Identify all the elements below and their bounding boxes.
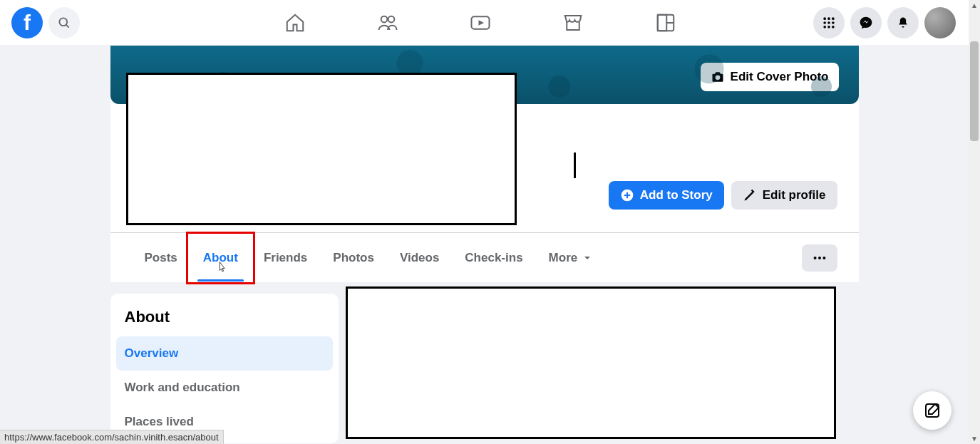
plus-circle-icon: [620, 188, 634, 202]
svg-point-13: [827, 21, 830, 24]
menu-button[interactable]: [813, 7, 845, 38]
svg-point-16: [827, 26, 830, 29]
scroll-down-arrow[interactable]: ▼: [971, 435, 978, 443]
cover-area: Edit Cover Photo Add to Story Edit profi…: [110, 46, 859, 282]
menu-icon: [822, 16, 836, 30]
profile-actions: Add to Story Edit profile: [609, 181, 837, 210]
svg-point-14: [832, 21, 835, 24]
top-nav-right: [813, 7, 980, 38]
status-bar-url: https://www.facebook.com/sachin.vinith.e…: [0, 430, 224, 444]
svg-point-24: [817, 256, 820, 259]
marketplace-icon: [562, 12, 584, 33]
tab-posts[interactable]: Posts: [132, 233, 190, 282]
messenger-button[interactable]: [850, 7, 882, 38]
vertical-scrollbar[interactable]: ▲ ▼: [969, 0, 980, 444]
ellipsis-icon: [812, 250, 827, 266]
top-nav-left: f: [0, 7, 80, 38]
scroll-up-arrow[interactable]: ▲: [971, 1, 978, 9]
search-button[interactable]: [48, 7, 80, 38]
svg-point-12: [823, 21, 826, 24]
tab-friends[interactable]: Friends: [251, 233, 320, 282]
facebook-logo[interactable]: f: [11, 7, 43, 38]
svg-point-19: [715, 76, 720, 81]
svg-point-9: [823, 17, 826, 20]
svg-point-15: [823, 26, 826, 29]
scroll-thumb[interactable]: [970, 41, 979, 141]
tab-overflow-button[interactable]: [802, 244, 837, 272]
tab-about[interactable]: About: [190, 233, 251, 282]
svg-point-2: [381, 16, 387, 22]
profile-tabs-row: Posts About Friends Photos Videos Check-…: [110, 232, 859, 282]
svg-point-25: [822, 256, 825, 259]
about-item-work-education[interactable]: Work and education: [116, 371, 333, 405]
compose-button[interactable]: [913, 391, 951, 430]
friends-icon: [377, 12, 398, 33]
svg-point-3: [388, 16, 394, 22]
tab-checkins[interactable]: Check-ins: [452, 233, 535, 282]
about-sidebar: About Overview Work and education Places…: [110, 294, 339, 443]
add-to-story-label: Add to Story: [640, 188, 713, 202]
profile-header: Add to Story Edit profile: [110, 104, 859, 232]
nav-marketplace[interactable]: [562, 12, 584, 33]
profile-container: Edit Cover Photo Add to Story Edit profi…: [110, 46, 859, 443]
groups-icon: [655, 12, 676, 33]
tab-videos[interactable]: Videos: [387, 233, 452, 282]
account-avatar[interactable]: [924, 7, 956, 38]
about-section: About Overview Work and education Places…: [110, 294, 859, 443]
redacted-profile-block: [126, 73, 517, 225]
top-nav-center: [284, 12, 676, 33]
nav-watch[interactable]: [470, 12, 491, 33]
svg-marker-5: [478, 20, 484, 26]
svg-line-1: [66, 24, 69, 27]
about-title: About: [116, 305, 333, 336]
top-nav: f: [0, 0, 980, 46]
text-caret: [574, 153, 576, 178]
edit-cover-button[interactable]: Edit Cover Photo: [701, 63, 839, 91]
svg-point-11: [832, 17, 835, 20]
pencil-icon: [743, 188, 757, 202]
svg-rect-7: [658, 14, 667, 31]
caret-down-icon: [582, 252, 593, 264]
compose-icon: [924, 402, 941, 419]
tab-more[interactable]: More: [536, 233, 607, 282]
watch-icon: [470, 12, 491, 33]
edit-profile-label: Edit profile: [763, 188, 826, 202]
nav-groups[interactable]: [655, 12, 676, 33]
svg-point-0: [59, 18, 67, 26]
svg-point-10: [827, 17, 830, 20]
notifications-button[interactable]: [887, 7, 919, 38]
svg-point-17: [832, 26, 835, 29]
edit-cover-label: Edit Cover Photo: [731, 70, 829, 84]
profile-tabs: Posts About Friends Photos Videos Check-…: [132, 233, 607, 282]
about-item-overview[interactable]: Overview: [116, 336, 333, 371]
content-area: Edit Cover Photo Add to Story Edit profi…: [0, 46, 969, 444]
camera-icon: [711, 70, 725, 84]
edit-profile-button[interactable]: Edit profile: [731, 181, 837, 210]
notifications-icon: [896, 16, 910, 30]
tab-photos[interactable]: Photos: [320, 233, 387, 282]
nav-friends[interactable]: [377, 12, 398, 33]
svg-point-23: [813, 256, 816, 259]
messenger-icon: [859, 16, 873, 30]
home-icon: [284, 12, 306, 33]
nav-home[interactable]: [284, 12, 306, 33]
search-icon: [57, 16, 71, 30]
add-to-story-button[interactable]: Add to Story: [609, 181, 724, 210]
redacted-overview-panel: [346, 286, 836, 439]
